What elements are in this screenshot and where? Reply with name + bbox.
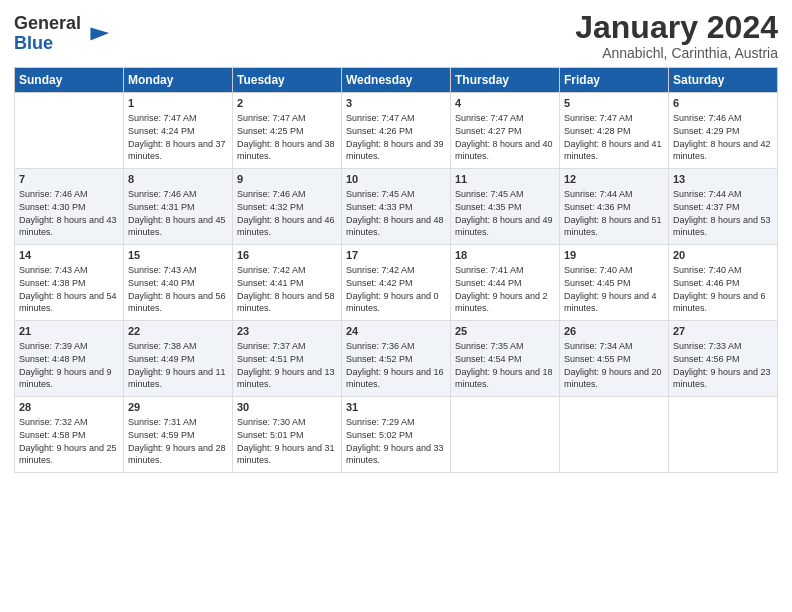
day-number: 26 [564, 324, 664, 339]
calendar-week-row: 7Sunrise: 7:46 AMSunset: 4:30 PMDaylight… [15, 169, 778, 245]
day-info: Sunrise: 7:29 AMSunset: 5:02 PMDaylight:… [346, 417, 444, 465]
day-number: 1 [128, 96, 228, 111]
calendar-table: Sunday Monday Tuesday Wednesday Thursday… [14, 67, 778, 473]
location-subtitle: Annabichl, Carinthia, Austria [575, 45, 778, 61]
table-row: 22Sunrise: 7:38 AMSunset: 4:49 PMDayligh… [124, 321, 233, 397]
calendar-week-row: 14Sunrise: 7:43 AMSunset: 4:38 PMDayligh… [15, 245, 778, 321]
day-info: Sunrise: 7:40 AMSunset: 4:45 PMDaylight:… [564, 265, 657, 313]
day-info: Sunrise: 7:47 AMSunset: 4:28 PMDaylight:… [564, 113, 662, 161]
table-row: 10Sunrise: 7:45 AMSunset: 4:33 PMDayligh… [342, 169, 451, 245]
day-number: 14 [19, 248, 119, 263]
month-title: January 2024 [575, 10, 778, 45]
day-number: 23 [237, 324, 337, 339]
day-info: Sunrise: 7:47 AMSunset: 4:24 PMDaylight:… [128, 113, 226, 161]
day-info: Sunrise: 7:35 AMSunset: 4:54 PMDaylight:… [455, 341, 553, 389]
day-info: Sunrise: 7:43 AMSunset: 4:40 PMDaylight:… [128, 265, 226, 313]
day-number: 8 [128, 172, 228, 187]
day-number: 5 [564, 96, 664, 111]
day-info: Sunrise: 7:47 AMSunset: 4:27 PMDaylight:… [455, 113, 553, 161]
day-number: 22 [128, 324, 228, 339]
day-number: 11 [455, 172, 555, 187]
table-row: 3Sunrise: 7:47 AMSunset: 4:26 PMDaylight… [342, 93, 451, 169]
table-row: 17Sunrise: 7:42 AMSunset: 4:42 PMDayligh… [342, 245, 451, 321]
day-info: Sunrise: 7:45 AMSunset: 4:35 PMDaylight:… [455, 189, 553, 237]
col-wednesday: Wednesday [342, 68, 451, 93]
calendar-week-row: 1Sunrise: 7:47 AMSunset: 4:24 PMDaylight… [15, 93, 778, 169]
day-info: Sunrise: 7:33 AMSunset: 4:56 PMDaylight:… [673, 341, 771, 389]
table-row: 26Sunrise: 7:34 AMSunset: 4:55 PMDayligh… [560, 321, 669, 397]
day-info: Sunrise: 7:43 AMSunset: 4:38 PMDaylight:… [19, 265, 117, 313]
day-info: Sunrise: 7:46 AMSunset: 4:31 PMDaylight:… [128, 189, 226, 237]
table-row: 31Sunrise: 7:29 AMSunset: 5:02 PMDayligh… [342, 397, 451, 473]
day-info: Sunrise: 7:37 AMSunset: 4:51 PMDaylight:… [237, 341, 335, 389]
col-sunday: Sunday [15, 68, 124, 93]
col-saturday: Saturday [669, 68, 778, 93]
day-number: 12 [564, 172, 664, 187]
table-row: 1Sunrise: 7:47 AMSunset: 4:24 PMDaylight… [124, 93, 233, 169]
calendar-week-row: 28Sunrise: 7:32 AMSunset: 4:58 PMDayligh… [15, 397, 778, 473]
day-number: 21 [19, 324, 119, 339]
logo-icon [83, 20, 111, 48]
day-number: 9 [237, 172, 337, 187]
table-row [669, 397, 778, 473]
day-number: 4 [455, 96, 555, 111]
table-row: 15Sunrise: 7:43 AMSunset: 4:40 PMDayligh… [124, 245, 233, 321]
day-number: 28 [19, 400, 119, 415]
day-info: Sunrise: 7:42 AMSunset: 4:41 PMDaylight:… [237, 265, 335, 313]
day-info: Sunrise: 7:45 AMSunset: 4:33 PMDaylight:… [346, 189, 444, 237]
day-number: 30 [237, 400, 337, 415]
day-number: 2 [237, 96, 337, 111]
day-info: Sunrise: 7:41 AMSunset: 4:44 PMDaylight:… [455, 265, 548, 313]
table-row: 29Sunrise: 7:31 AMSunset: 4:59 PMDayligh… [124, 397, 233, 473]
table-row: 12Sunrise: 7:44 AMSunset: 4:36 PMDayligh… [560, 169, 669, 245]
col-friday: Friday [560, 68, 669, 93]
title-block: January 2024 Annabichl, Carinthia, Austr… [575, 10, 778, 61]
day-number: 7 [19, 172, 119, 187]
day-info: Sunrise: 7:42 AMSunset: 4:42 PMDaylight:… [346, 265, 439, 313]
day-number: 6 [673, 96, 773, 111]
day-number: 13 [673, 172, 773, 187]
table-row: 6Sunrise: 7:46 AMSunset: 4:29 PMDaylight… [669, 93, 778, 169]
day-info: Sunrise: 7:31 AMSunset: 4:59 PMDaylight:… [128, 417, 226, 465]
day-number: 25 [455, 324, 555, 339]
day-number: 27 [673, 324, 773, 339]
day-number: 15 [128, 248, 228, 263]
col-thursday: Thursday [451, 68, 560, 93]
day-number: 20 [673, 248, 773, 263]
table-row: 19Sunrise: 7:40 AMSunset: 4:45 PMDayligh… [560, 245, 669, 321]
table-row: 23Sunrise: 7:37 AMSunset: 4:51 PMDayligh… [233, 321, 342, 397]
svg-marker-0 [91, 27, 110, 40]
table-row [560, 397, 669, 473]
calendar-week-row: 21Sunrise: 7:39 AMSunset: 4:48 PMDayligh… [15, 321, 778, 397]
table-row: 18Sunrise: 7:41 AMSunset: 4:44 PMDayligh… [451, 245, 560, 321]
day-number: 31 [346, 400, 446, 415]
table-row: 2Sunrise: 7:47 AMSunset: 4:25 PMDaylight… [233, 93, 342, 169]
table-row: 8Sunrise: 7:46 AMSunset: 4:31 PMDaylight… [124, 169, 233, 245]
table-row [15, 93, 124, 169]
header: General Blue January 2024 Annabichl, Car… [14, 10, 778, 61]
day-info: Sunrise: 7:34 AMSunset: 4:55 PMDaylight:… [564, 341, 662, 389]
day-info: Sunrise: 7:47 AMSunset: 4:25 PMDaylight:… [237, 113, 335, 161]
table-row: 7Sunrise: 7:46 AMSunset: 4:30 PMDaylight… [15, 169, 124, 245]
table-row: 21Sunrise: 7:39 AMSunset: 4:48 PMDayligh… [15, 321, 124, 397]
calendar-header-row: Sunday Monday Tuesday Wednesday Thursday… [15, 68, 778, 93]
table-row: 9Sunrise: 7:46 AMSunset: 4:32 PMDaylight… [233, 169, 342, 245]
day-info: Sunrise: 7:38 AMSunset: 4:49 PMDaylight:… [128, 341, 226, 389]
table-row: 13Sunrise: 7:44 AMSunset: 4:37 PMDayligh… [669, 169, 778, 245]
table-row: 16Sunrise: 7:42 AMSunset: 4:41 PMDayligh… [233, 245, 342, 321]
table-row: 5Sunrise: 7:47 AMSunset: 4:28 PMDaylight… [560, 93, 669, 169]
day-info: Sunrise: 7:46 AMSunset: 4:30 PMDaylight:… [19, 189, 117, 237]
table-row: 25Sunrise: 7:35 AMSunset: 4:54 PMDayligh… [451, 321, 560, 397]
col-monday: Monday [124, 68, 233, 93]
table-row: 28Sunrise: 7:32 AMSunset: 4:58 PMDayligh… [15, 397, 124, 473]
day-number: 17 [346, 248, 446, 263]
table-row: 14Sunrise: 7:43 AMSunset: 4:38 PMDayligh… [15, 245, 124, 321]
day-number: 18 [455, 248, 555, 263]
table-row: 30Sunrise: 7:30 AMSunset: 5:01 PMDayligh… [233, 397, 342, 473]
day-info: Sunrise: 7:40 AMSunset: 4:46 PMDaylight:… [673, 265, 766, 313]
day-number: 19 [564, 248, 664, 263]
day-number: 24 [346, 324, 446, 339]
day-info: Sunrise: 7:30 AMSunset: 5:01 PMDaylight:… [237, 417, 335, 465]
table-row: 24Sunrise: 7:36 AMSunset: 4:52 PMDayligh… [342, 321, 451, 397]
table-row: 11Sunrise: 7:45 AMSunset: 4:35 PMDayligh… [451, 169, 560, 245]
